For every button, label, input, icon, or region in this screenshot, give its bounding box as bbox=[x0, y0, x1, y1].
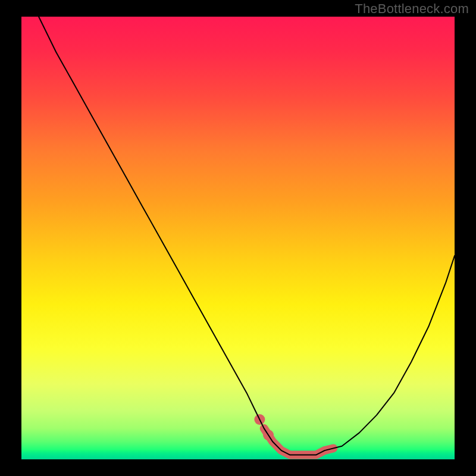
curve-svg bbox=[21, 17, 455, 459]
watermark-label: TheBottleneck.com bbox=[355, 1, 469, 17]
chart-frame: TheBottleneck.com bbox=[0, 0, 476, 476]
series-bottleneck-curve bbox=[39, 17, 455, 455]
plot-area bbox=[21, 17, 455, 459]
